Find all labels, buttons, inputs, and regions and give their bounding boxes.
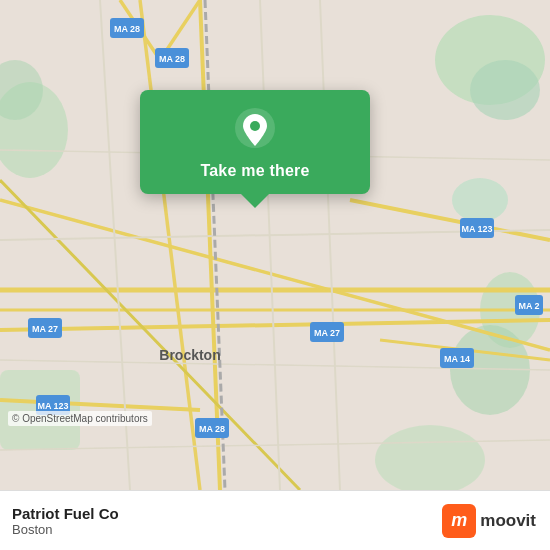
svg-text:Brockton: Brockton <box>159 347 220 363</box>
svg-point-3 <box>452 178 508 222</box>
svg-text:MA 27: MA 27 <box>32 324 58 334</box>
svg-text:MA 123: MA 123 <box>461 224 492 234</box>
take-me-there-label: Take me there <box>200 162 309 180</box>
moovit-text: moovit <box>480 511 536 531</box>
bottom-bar: Patriot Fuel Co Boston m moovit <box>0 490 550 550</box>
svg-text:MA 27: MA 27 <box>314 328 340 338</box>
svg-text:MA 14: MA 14 <box>444 354 470 364</box>
svg-text:MA 2: MA 2 <box>518 301 539 311</box>
map-container: MA 28 MA 28 MA 27 MA 27 MA 123 MA 2 MA 1… <box>0 0 550 490</box>
moovit-m-icon: m <box>442 504 476 538</box>
place-info: Patriot Fuel Co Boston <box>12 505 119 537</box>
svg-text:MA 28: MA 28 <box>199 424 225 434</box>
svg-text:MA 28: MA 28 <box>159 54 185 64</box>
svg-text:MA 123: MA 123 <box>37 401 68 411</box>
svg-point-2 <box>470 60 540 120</box>
svg-point-50 <box>250 121 260 131</box>
moovit-logo[interactable]: m moovit <box>442 504 536 538</box>
popup-card[interactable]: Take me there <box>140 90 370 194</box>
svg-text:MA 28: MA 28 <box>114 24 140 34</box>
place-city: Boston <box>12 522 119 537</box>
place-name: Patriot Fuel Co <box>12 505 119 522</box>
copyright-text: © OpenStreetMap contributors <box>8 411 152 426</box>
location-pin-icon <box>233 108 277 152</box>
